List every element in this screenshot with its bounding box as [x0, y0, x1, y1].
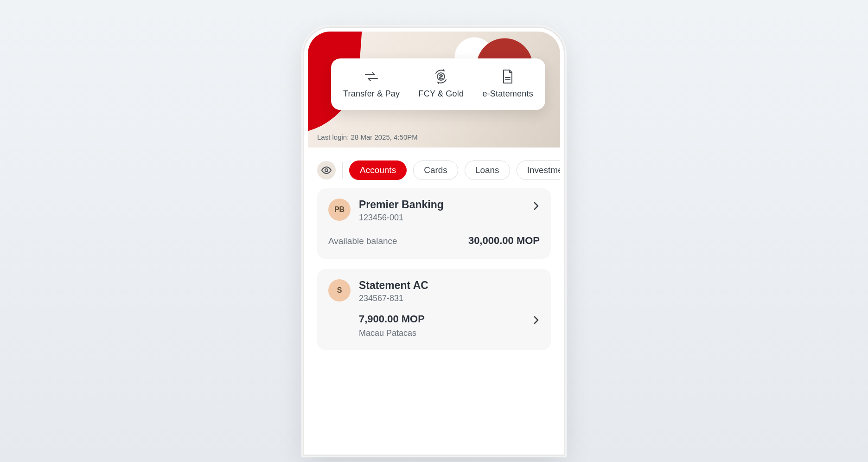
- avatar: PB: [328, 199, 351, 221]
- screen: Transfer & Pay FCY & Gold: [308, 32, 560, 451]
- chevron-right-icon[interactable]: [532, 313, 540, 326]
- quick-estatements-label: e-Statements: [482, 89, 533, 99]
- tabs-row: Accounts Cards Loans Investments: [308, 155, 560, 188]
- last-login-text: Last login: 28 Mar 2025, 4:50PM: [317, 133, 418, 141]
- account-card-premier[interactable]: PB Premier Banking 123456-001 Available …: [317, 188, 551, 259]
- quick-fcy-gold-label: FCY & Gold: [418, 89, 464, 99]
- tab-cards-label: Cards: [424, 165, 447, 175]
- tab-loans[interactable]: Loans: [465, 160, 510, 180]
- tab-investments-label: Investments: [527, 165, 560, 175]
- document-icon: [500, 69, 516, 84]
- phone-frame: Transfer & Pay FCY & Gold: [304, 28, 564, 455]
- hero-area: Transfer & Pay FCY & Gold: [308, 32, 560, 148]
- tab-accounts-label: Accounts: [360, 165, 396, 175]
- tab-loans-label: Loans: [475, 165, 499, 175]
- tab-investments[interactable]: Investments: [517, 160, 560, 180]
- account-name: Statement AC: [359, 279, 540, 292]
- main-content: Accounts Cards Loans Investments PB Prem…: [308, 148, 560, 350]
- quick-transfer-pay-label: Transfer & Pay: [343, 89, 400, 99]
- divider: [342, 162, 343, 179]
- account-number: 123456-001: [359, 213, 524, 223]
- svg-point-1: [325, 169, 328, 172]
- tab-cards[interactable]: Cards: [413, 160, 458, 180]
- balance-amount: 30,000.00 MOP: [468, 235, 540, 247]
- quick-transfer-pay[interactable]: Transfer & Pay: [343, 69, 400, 99]
- quick-actions-card: Transfer & Pay FCY & Gold: [331, 58, 545, 110]
- quick-estatements[interactable]: e-Statements: [482, 69, 533, 99]
- currency-exchange-icon: [433, 69, 449, 84]
- account-card-statement[interactable]: S Statement AC 234567-831 7,900.00 MOP M…: [317, 269, 551, 350]
- balance-label: Available balance: [328, 236, 397, 246]
- eye-icon: [321, 165, 332, 176]
- account-number: 234567-831: [359, 294, 540, 303]
- tab-accounts[interactable]: Accounts: [349, 160, 407, 180]
- toggle-visibility-button[interactable]: [317, 161, 336, 180]
- account-name: Premier Banking: [359, 199, 524, 211]
- chevron-right-icon[interactable]: [532, 199, 540, 212]
- account-amount: 7,900.00 MOP: [359, 313, 425, 325]
- currency-name: Macau Patacas: [328, 328, 540, 338]
- avatar: S: [328, 279, 351, 302]
- quick-fcy-gold[interactable]: FCY & Gold: [418, 69, 464, 99]
- transfer-icon: [364, 69, 379, 84]
